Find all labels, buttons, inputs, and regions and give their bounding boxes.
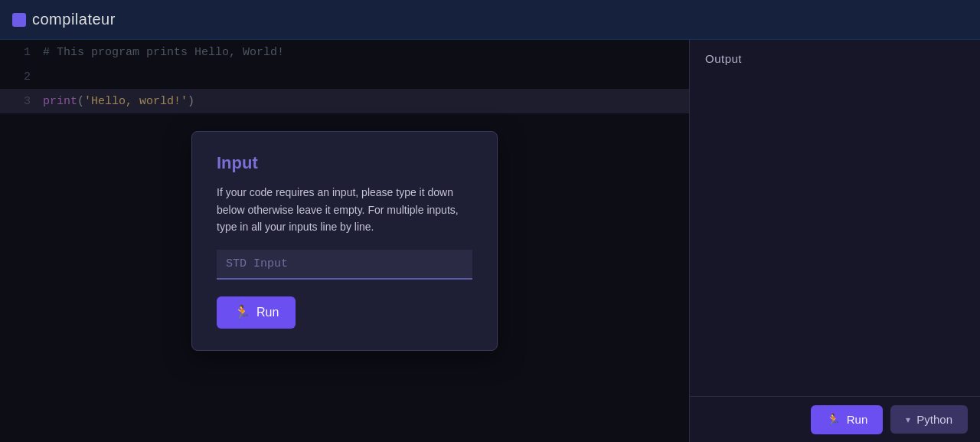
bottom-bar: 🏃 Run ▾ Python	[690, 396, 980, 442]
output-pane: Output 🏃 Run ▾ Python	[689, 40, 980, 442]
language-label: Python	[916, 413, 952, 426]
language-selector-button[interactable]: ▾ Python	[890, 405, 968, 434]
logo-text: compilateur	[32, 11, 116, 28]
chevron-down-icon: ▾	[906, 414, 910, 425]
output-content	[690, 77, 980, 442]
modal-overlay: Input If your code requires an input, pl…	[0, 40, 689, 442]
output-label: Output	[690, 40, 980, 77]
std-input[interactable]	[217, 250, 472, 278]
modal-description: If your code requires an input, please t…	[217, 184, 472, 235]
editor-pane: 1 # This program prints Hello, World! 2 …	[0, 40, 689, 442]
input-modal: Input If your code requires an input, pl…	[191, 131, 498, 350]
logo: compilateur	[12, 11, 116, 28]
run-button-icon: 🏃	[826, 413, 841, 427]
run-button[interactable]: 🏃 Run	[811, 405, 884, 434]
modal-run-label: Run	[256, 306, 279, 319]
modal-title: Input	[217, 153, 472, 173]
logo-icon	[12, 13, 26, 27]
std-input-container[interactable]	[217, 250, 472, 280]
header: compilateur	[0, 0, 980, 40]
run-button-label: Run	[847, 413, 868, 426]
runner-icon: 🏃	[234, 304, 250, 321]
modal-run-button[interactable]: 🏃 Run	[217, 296, 296, 329]
main-layout: 1 # This program prints Hello, World! 2 …	[0, 40, 980, 442]
